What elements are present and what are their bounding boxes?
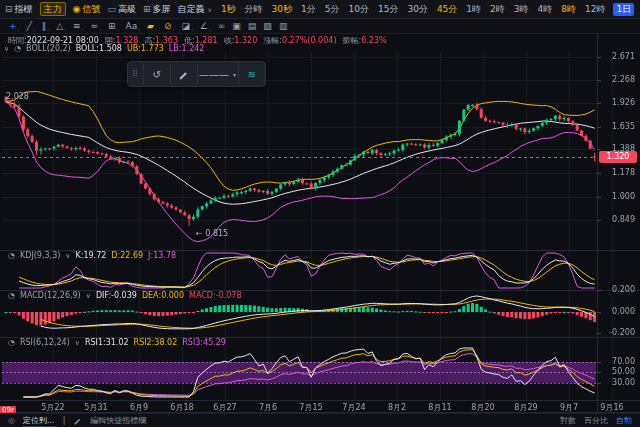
delete-tool-icon[interactable]: ▥ — [276, 20, 291, 33]
eraser-tool-icon[interactable]: ◪, — [178, 20, 195, 33]
line-style-select[interactable]: ——— ▾ — [197, 63, 238, 85]
highlighter-tool-icon: ▰ — [147, 20, 154, 33]
indicator-button[interactable]: ⊟指標 — [5, 3, 33, 16]
interval-2時[interactable]: 2時 — [489, 3, 506, 16]
scale-options-group: 對數 百分比 自動 — [560, 415, 632, 426]
custom-button-label: 自定義 — [177, 3, 204, 16]
time-axis-label: 5月22 — [41, 402, 64, 413]
interval-12時[interactable]: 12時 — [584, 3, 606, 16]
edit-tool-icon[interactable]: ▧ — [260, 20, 275, 33]
interval-30分[interactable]: 30分 — [406, 3, 428, 16]
chevron-down-icon: , — [82, 23, 84, 33]
channel-tool-icon[interactable]: ∥, — [39, 20, 52, 33]
drawing-toolbar: +,╱,∥,△,≡,≈,⊞,Aa,▰,⊘,◪,∠,∞▣▤▧▥ — [0, 19, 640, 34]
rsi-header: ◔ RSI(6,12,24) ∨ RSI1:31.02 RSI2:38.02 R… — [8, 338, 226, 347]
ohlc-close: 收:1.320 — [224, 35, 258, 46]
chart-canvas[interactable] — [0, 0, 640, 427]
fib-tool-icon[interactable]: ⊞, — [105, 20, 121, 33]
interval-4時[interactable]: 4時 — [537, 3, 554, 16]
copy-tool-icon[interactable]: ▤ — [245, 20, 260, 33]
paint-mode-icon[interactable]: ≋ — [238, 63, 265, 85]
drag-handle[interactable]: ⠿ — [128, 69, 143, 79]
highlighter-tool-icon[interactable]: ▰, — [144, 20, 160, 33]
time-axis-label: 8月11 — [428, 402, 451, 413]
ohlc-change: 漲幅:0.27%(0.004) — [263, 35, 336, 46]
pattern-tool-icon[interactable]: ∞ — [215, 20, 229, 33]
chevron-down-icon: , — [117, 23, 119, 33]
chevron-down-icon[interactable]: ∨ — [75, 339, 80, 347]
chevron-down-icon: , — [99, 23, 101, 33]
interval-1分[interactable]: 1分 — [300, 3, 317, 16]
magnet-undo-icon[interactable]: ↺ — [143, 63, 170, 85]
time-axis-label: 7月6 — [259, 402, 277, 413]
rsi2-value: RSI2:38.02 — [134, 338, 178, 347]
interval-10分[interactable]: 10分 — [348, 3, 370, 16]
text-tool-icon[interactable]: Aa, — [122, 20, 143, 33]
time-axis-label: 9月7 — [560, 402, 578, 413]
time-axis-label: 6月27 — [213, 402, 236, 413]
trendline-tool-icon: ╱ — [26, 20, 31, 33]
brush-tool-icon: ⊘ — [164, 20, 172, 33]
advanced-button[interactable]: ▭高級 — [107, 3, 136, 16]
interval-1日[interactable]: 1日 — [613, 3, 634, 16]
toolbar-tools-group: ⊟指標主力◉信號▭高級⊞多屏自定義∨ — [5, 2, 212, 16]
interval-1時[interactable]: 1時 — [465, 3, 482, 16]
rsi-name[interactable]: RSI(6,12,24) — [20, 338, 70, 347]
chevron-down-icon: , — [191, 23, 193, 33]
crosshair-tool-icon[interactable]: +, — [6, 20, 22, 33]
macd-name[interactable]: MACD(12,26,9) — [20, 291, 81, 300]
interval-15分[interactable]: 15分 — [377, 3, 399, 16]
indicator-loading-icon[interactable]: ◔ — [8, 251, 15, 260]
interval-8時[interactable]: 8時 — [560, 3, 577, 16]
edit-shortcut-icon[interactable] — [73, 416, 82, 425]
interval-分時[interactable]: 分時 — [244, 3, 264, 16]
rsi1-value: RSI1:31.02 — [85, 338, 129, 347]
trendline-tool-icon[interactable]: ╱, — [23, 20, 37, 33]
price-axis-label: 1.000 — [612, 192, 635, 201]
multi-screen-button-icon: ⊞ — [143, 4, 151, 14]
kdj-name[interactable]: KDJ(9,3,3) — [20, 251, 60, 260]
crosshair-tool-icon: + — [9, 20, 17, 33]
wave-tool-icon: ≈ — [91, 20, 99, 33]
lines-tool-icon[interactable]: ≡, — [70, 20, 86, 33]
scale-auto-option[interactable]: 自動 — [616, 415, 632, 426]
boll-name[interactable]: BOLL(20,2) — [26, 44, 71, 53]
chevron-down-icon: , — [138, 23, 140, 33]
interval-1秒[interactable]: 1秒 — [220, 3, 237, 16]
low-price-annotation: ← 0.815 — [196, 229, 228, 238]
edit-tool-icon: ▧ — [263, 20, 272, 33]
locate-link[interactable]: 定位到... — [23, 415, 55, 427]
interval-30秒[interactable]: 30秒 — [271, 3, 293, 16]
brush-tool-icon[interactable]: ⊘, — [161, 20, 177, 33]
signal-button[interactable]: ◉信號 — [73, 3, 101, 16]
chevron-down-icon: , — [18, 23, 20, 33]
multi-screen-button[interactable]: ⊞多屏 — [143, 3, 171, 16]
shapes-tool-icon[interactable]: △, — [53, 20, 69, 33]
interval-45分[interactable]: 45分 — [436, 3, 458, 16]
edit-shortcut-link[interactable]: 編輯快捷指標欄 — [90, 415, 146, 426]
scale-log-option[interactable]: 對數 — [560, 415, 576, 426]
edit-pencil-icon[interactable] — [170, 63, 197, 85]
boll-mid-value: BOLL:1.508 — [76, 44, 122, 53]
chevron-down-icon[interactable]: ∨ — [65, 252, 70, 260]
screenshot-tool-icon[interactable]: ▣ — [229, 20, 244, 33]
interval-5分[interactable]: 5分 — [324, 3, 341, 16]
shapes-tool-icon: △ — [56, 20, 63, 33]
main-force-button[interactable]: 主力 — [40, 2, 66, 16]
ohlc-amplitude: 振幅:6.23% — [343, 35, 387, 46]
chevron-down-icon[interactable]: ∨ — [86, 292, 91, 300]
price-axis-label: 2.671 — [612, 52, 635, 61]
indicator-loading-icon[interactable]: ◔ — [14, 44, 21, 53]
macd-hist-value: MACD:-0.078 — [189, 291, 241, 300]
interval-group: 1秒分時30秒1分5分10分15分30分45分1時2時3時4時8時12時1日2日 — [220, 3, 640, 16]
measure-tool-icon[interactable]: ∠, — [197, 20, 214, 33]
trading-app: ⊟指標主力◉信號▭高級⊞多屏自定義∨ 1秒分時30秒1分5分10分15分30分4… — [0, 0, 640, 427]
chevron-down-icon: , — [33, 23, 35, 33]
indicator-loading-icon[interactable]: ◔ — [8, 291, 15, 300]
interval-3時[interactable]: 3時 — [513, 3, 530, 16]
custom-button[interactable]: 自定義∨ — [177, 3, 211, 16]
scale-percent-option[interactable]: 百分比 — [584, 415, 608, 426]
wave-tool-icon[interactable]: ≈, — [88, 20, 104, 33]
collapse-chevron-icon[interactable]: ∨ — [4, 45, 9, 53]
indicator-loading-icon[interactable]: ◔ — [8, 338, 15, 347]
